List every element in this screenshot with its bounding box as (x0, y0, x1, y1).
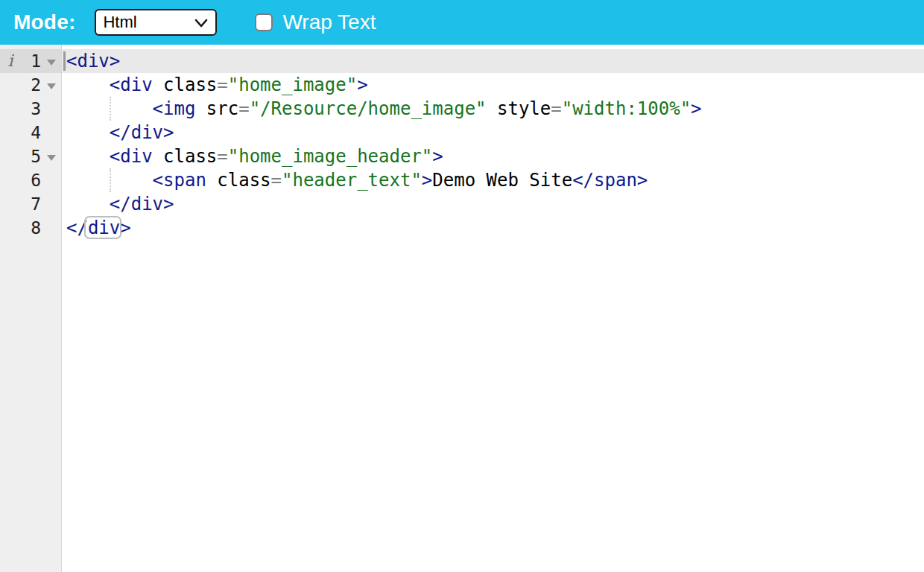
info-marker-icon: i (0, 53, 21, 69)
token-attr: src (206, 98, 238, 119)
token-plain (66, 146, 110, 167)
fold-arrow-icon[interactable] (47, 155, 56, 161)
token-tag: <div> (66, 51, 120, 72)
token-plain (66, 122, 110, 143)
gutter-row: i1 (0, 49, 61, 73)
token-tag: > (691, 98, 701, 119)
token-eq: = (217, 74, 227, 95)
token-attr: style (497, 98, 551, 119)
wrap-text-label: Wrap Text (282, 10, 376, 34)
line-number: 2 (21, 75, 41, 95)
mode-select[interactable]: Html (95, 9, 217, 36)
matching-tag-highlight: div (88, 217, 120, 238)
code-area[interactable]: <div> <div class="home_image"> <img src=… (62, 45, 924, 572)
fold-arrow-icon[interactable] (47, 83, 56, 89)
code-editor[interactable]: i12345678 <div> <div class="home_image">… (0, 45, 924, 572)
wrap-text-checkbox[interactable] (255, 13, 273, 31)
token-plain: Demo Web Site (432, 170, 572, 191)
token-eq: = (238, 98, 249, 119)
token-tag: <span (153, 170, 206, 191)
line-number: 7 (21, 194, 41, 214)
token-tag: > (120, 217, 130, 238)
token-plain (487, 98, 497, 119)
token-plain (153, 74, 163, 95)
line-number: 5 (21, 147, 41, 166)
token-tag: <div (110, 146, 153, 167)
token-tag: > (357, 74, 367, 95)
code-line[interactable]: <div> (62, 49, 924, 73)
token-attr: class (163, 146, 217, 167)
mode-label: Mode: (13, 10, 75, 34)
code-line[interactable]: <img src="/Resource/home_image" style="w… (62, 97, 924, 121)
code-line[interactable]: </div> (62, 216, 924, 240)
code-line[interactable]: <span class="header_text">Demo Web Site<… (62, 168, 924, 192)
token-string: "/Resource/home_image" (250, 98, 487, 119)
token-tag: </div> (110, 194, 174, 214)
token-tag: > (432, 146, 443, 167)
gutter-row: 2 (0, 73, 61, 97)
code-line[interactable]: <div class="home_image_header"> (62, 144, 924, 168)
line-number: 4 (21, 123, 41, 142)
gutter-row: 4 (0, 121, 61, 144)
line-number: 6 (21, 171, 41, 190)
token-attr: class (163, 74, 217, 95)
fold-column (41, 81, 61, 89)
gutter-row: 8 (0, 216, 61, 240)
text-cursor (63, 51, 66, 71)
token-plain (206, 170, 217, 191)
token-eq: = (271, 170, 282, 191)
token-string: "home_image" (228, 74, 357, 95)
token-tag: </div> (110, 122, 174, 143)
token-plain (66, 74, 110, 95)
gutter: i12345678 (0, 45, 62, 572)
token-string: "header_text" (282, 170, 422, 191)
fold-column (41, 57, 61, 66)
token-plain (153, 146, 163, 167)
toolbar: Mode: Html Wrap Text (0, 0, 924, 45)
mode-select-wrap: Html (95, 9, 217, 36)
token-plain (66, 194, 110, 214)
token-tag: > (422, 170, 432, 191)
token-attr: class (217, 170, 270, 191)
line-number: 1 (21, 51, 41, 71)
gutter-row: 3 (0, 97, 61, 121)
token-tag: <img (153, 98, 196, 119)
fold-arrow-icon[interactable] (47, 60, 56, 66)
token-eq: = (551, 98, 561, 119)
code-line[interactable]: </div> (62, 121, 924, 144)
indent-guide (110, 97, 111, 121)
token-tag: </ (66, 217, 88, 238)
token-tag: </span> (572, 170, 648, 191)
gutter-row: 6 (0, 168, 61, 192)
token-eq: = (217, 146, 227, 167)
gutter-row: 5 (0, 144, 61, 168)
gutter-row: 7 (0, 192, 61, 216)
token-string: "width:100%" (562, 98, 691, 119)
code-line[interactable]: </div> (62, 192, 924, 216)
code-line[interactable]: <div class="home_image"> (62, 73, 924, 97)
line-number: 8 (21, 218, 41, 238)
line-number: 3 (21, 99, 41, 118)
token-plain (195, 98, 206, 119)
indent-guide (110, 168, 111, 192)
token-string: "home_image_header" (228, 146, 433, 167)
token-tag: <div (110, 74, 153, 95)
fold-column (41, 153, 61, 161)
